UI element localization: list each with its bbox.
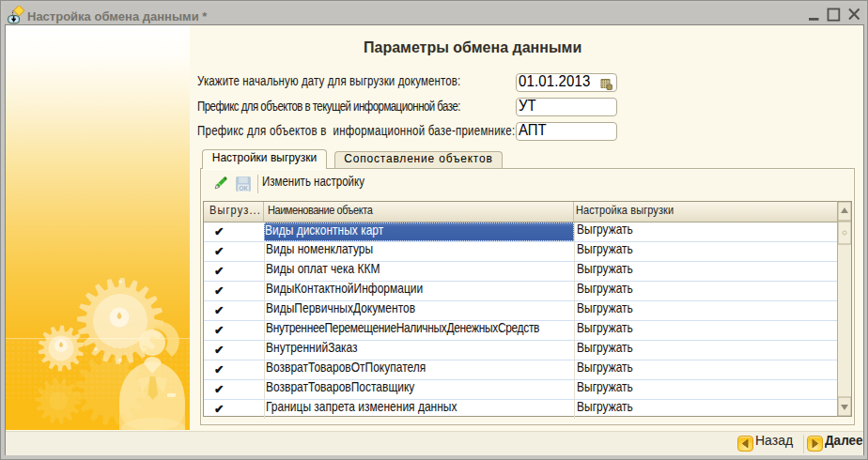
svg-text:ОК: ОК [239, 185, 248, 192]
